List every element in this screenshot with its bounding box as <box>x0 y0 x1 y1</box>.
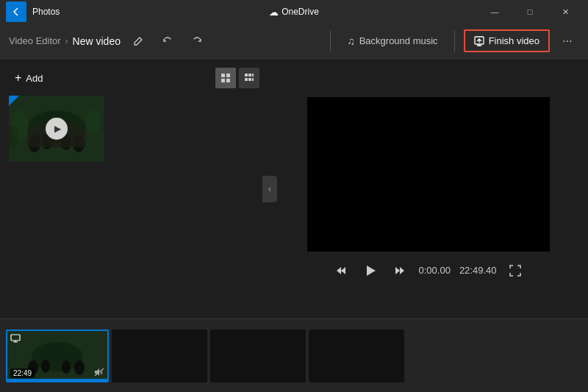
clip-thumbnail <box>309 329 404 382</box>
clip-duration: 22:49 <box>13 369 32 377</box>
selected-indicator <box>9 96 19 106</box>
right-panel: 0:00.00 22:49.40 <box>268 59 588 318</box>
breadcrumb-separator: › <box>65 36 68 46</box>
media-item[interactable]: ▶ <box>9 96 104 162</box>
grid-view-button-2[interactable] <box>239 68 259 88</box>
breadcrumb-parent[interactable]: Video Editor <box>9 35 61 46</box>
minimize-button[interactable]: — <box>478 0 512 24</box>
svg-rect-8 <box>245 78 248 81</box>
view-controls <box>215 68 259 88</box>
svg-point-28 <box>74 360 85 375</box>
svg-rect-4 <box>226 79 230 82</box>
onedrive-label: OneDrive <box>282 7 319 17</box>
play-button[interactable] <box>360 260 381 281</box>
undo-button[interactable] <box>156 29 179 53</box>
fullscreen-button[interactable] <box>505 260 526 281</box>
clip-thumbnail <box>112 329 207 382</box>
panel-header: + Add <box>9 68 259 88</box>
timeline-clip[interactable] <box>112 329 207 382</box>
more-options-button[interactable]: ··· <box>556 29 579 53</box>
toolbar-left: Video Editor › New video <box>9 29 321 53</box>
current-time: 0:00.00 <box>419 265 451 276</box>
breadcrumb: Video Editor › New video <box>9 35 121 47</box>
play-icon: ▶ <box>54 124 61 134</box>
svg-point-15 <box>29 135 40 152</box>
bg-music-label: Background music <box>359 35 438 46</box>
timeline-clip[interactable] <box>210 329 306 382</box>
title-bar: Photos ☁ OneDrive — □ ✕ <box>0 0 588 24</box>
finish-video-label: Finish video <box>489 35 539 46</box>
toolbar-separator-2 <box>454 31 455 51</box>
window-controls: — □ ✕ <box>478 0 582 24</box>
add-label: Add <box>26 73 43 84</box>
panel-collapse-button[interactable]: ‹ <box>262 176 277 202</box>
svg-rect-9 <box>248 78 251 81</box>
toolbar-right: ♫ Background music Finish video ··· <box>340 29 579 53</box>
step-forward-button[interactable] <box>390 260 410 281</box>
background-music-button[interactable]: ♫ Background music <box>340 31 445 51</box>
rewind-button[interactable] <box>331 260 351 281</box>
toolbar-separator <box>330 31 331 51</box>
left-panel: + Add <box>0 59 268 318</box>
main-content: + Add <box>0 59 588 318</box>
add-button[interactable]: + Add <box>9 68 49 88</box>
onedrive-icon: ☁ <box>269 7 279 18</box>
edit-button[interactable] <box>126 29 150 53</box>
music-icon: ♫ <box>347 35 355 47</box>
svg-rect-6 <box>248 74 251 76</box>
svg-rect-1 <box>221 74 225 77</box>
video-preview <box>307 97 550 252</box>
add-icon: + <box>15 71 21 85</box>
svg-rect-2 <box>226 74 230 77</box>
svg-rect-10 <box>252 78 254 81</box>
timeline-clip[interactable] <box>309 329 404 382</box>
clip-duration-badge: 22:49 <box>10 368 35 378</box>
svg-point-18 <box>73 135 85 152</box>
timeline-clip[interactable]: 22:49 <box>6 329 109 382</box>
media-grid: ▶ <box>9 96 259 162</box>
svg-point-26 <box>41 360 50 373</box>
back-button[interactable] <box>6 1 26 22</box>
grid-view-button-1[interactable] <box>215 68 236 88</box>
collapse-icon: ‹ <box>268 184 271 194</box>
svg-point-27 <box>62 360 71 374</box>
clip-progress-bar <box>7 379 107 381</box>
total-time: 22:49.40 <box>459 265 497 276</box>
app-title: Photos <box>32 7 60 17</box>
svg-point-20 <box>86 108 101 135</box>
toolbar: Video Editor › New video ♫ Background mu… <box>0 24 588 59</box>
redo-button[interactable] <box>185 29 209 53</box>
clip-screen-icon <box>10 334 21 345</box>
svg-marker-22 <box>367 266 376 276</box>
maximize-button[interactable]: □ <box>513 0 547 24</box>
breadcrumb-current: New video <box>73 35 121 47</box>
timeline: 22:49 <box>0 318 588 392</box>
close-button[interactable]: ✕ <box>548 0 582 24</box>
svg-rect-29 <box>11 335 20 341</box>
clip-thumbnail <box>210 329 306 382</box>
finish-video-button[interactable]: Finish video <box>464 29 550 52</box>
video-controls: 0:00.00 22:49.40 <box>331 260 526 281</box>
svg-rect-7 <box>252 74 254 76</box>
svg-rect-3 <box>221 79 225 82</box>
play-overlay[interactable]: ▶ <box>46 118 68 140</box>
more-icon: ··· <box>562 35 572 48</box>
onedrive-status: ☁ OneDrive <box>269 7 319 18</box>
clip-audio-icon <box>94 368 104 378</box>
title-bar-left: Photos <box>6 1 60 22</box>
svg-rect-5 <box>245 74 248 76</box>
